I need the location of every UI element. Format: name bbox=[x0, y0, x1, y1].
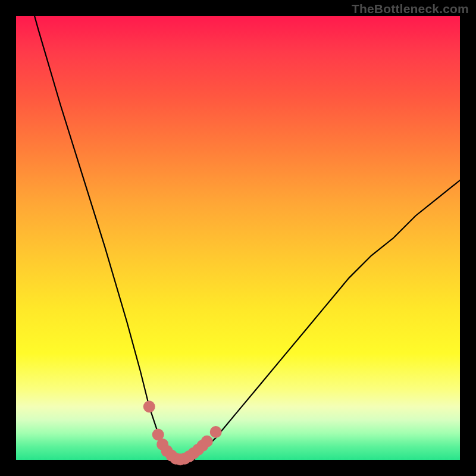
curve-layer bbox=[16, 16, 460, 460]
plot-area bbox=[16, 16, 460, 460]
highlight-dot bbox=[210, 426, 222, 438]
chart-frame: TheBottleneck.com bbox=[0, 0, 476, 476]
highlight-dot bbox=[201, 436, 213, 447]
highlight-dots bbox=[143, 401, 222, 466]
highlight-dot bbox=[143, 401, 155, 413]
bottleneck-curve bbox=[16, 0, 460, 460]
watermark-text: TheBottleneck.com bbox=[352, 2, 469, 16]
